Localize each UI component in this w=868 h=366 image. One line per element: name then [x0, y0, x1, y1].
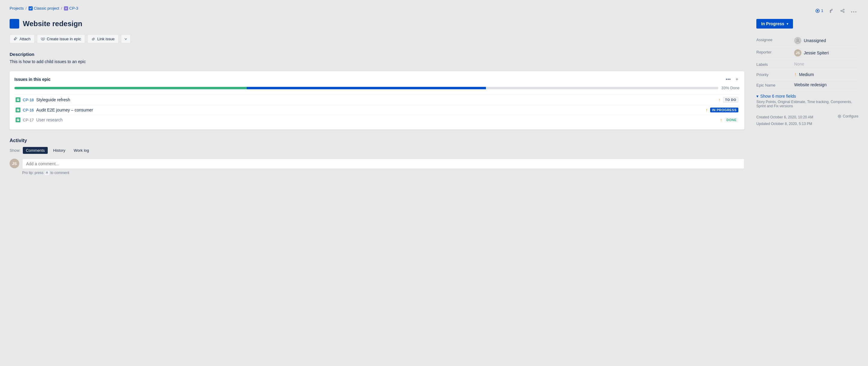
svg-point-4 — [841, 10, 842, 11]
watch-count: 1 — [821, 8, 823, 13]
right-panel: In Progress ▾ Assignee Unassigned — [756, 19, 858, 127]
issue-id-cp17[interactable]: CP-17 — [23, 118, 34, 122]
updated-timestamp: Updated October 8, 2020, 5:13 PM — [756, 121, 813, 128]
issue-id-cp16[interactable]: CP-16 — [23, 108, 34, 112]
description-text: This is how to add child issues to an ep… — [10, 59, 744, 64]
watch-button[interactable]: 1 — [814, 7, 825, 15]
create-issue-epic-button[interactable]: Create issue in epic — [37, 34, 85, 43]
activity-show-row: Show: Comments History Work log — [10, 147, 744, 154]
comment-row: JS — [10, 159, 744, 169]
activity-section: Activity Show: Comments History Work log… — [10, 138, 744, 175]
priority-icon-cp16: ↑ — [706, 108, 708, 112]
progress-bar-container: 33% Done — [14, 86, 740, 90]
issue-type-story-icon — [16, 117, 21, 122]
epic-box-actions: ••• + — [724, 76, 740, 83]
progress-bar-green — [14, 87, 247, 89]
link-icon — [91, 37, 95, 41]
comment-input[interactable] — [22, 159, 744, 169]
breadcrumb-issue: CP-3 — [64, 6, 78, 10]
more-fields-hint: Story Points, Original Estimate, Time tr… — [756, 100, 858, 108]
breadcrumb-projects[interactable]: Projects — [10, 6, 24, 10]
description-heading: Description — [10, 52, 744, 57]
reporter-avatar: JS — [794, 49, 801, 56]
page-title: Website redesign — [23, 20, 82, 28]
epic-name-value[interactable]: Website redesign — [794, 82, 858, 87]
labels-value[interactable]: None — [794, 62, 858, 66]
link-issue-button[interactable]: Link issue — [87, 34, 119, 43]
chevron-right-icon: ▾ — [756, 94, 758, 98]
status-chevron-icon: ▾ — [787, 22, 788, 26]
share-button[interactable] — [839, 7, 846, 15]
svg-point-3 — [843, 9, 844, 10]
created-timestamp: Created October 6, 2020, 10:20 AM — [756, 114, 813, 121]
issue-row: CP-18 Styleguide refresh ↑ TO DO — [14, 94, 740, 105]
meta-table: Assignee Unassigned Reporter — [756, 34, 858, 90]
attach-icon — [13, 37, 18, 41]
status-button[interactable]: In Progress ▾ — [756, 19, 793, 29]
epic-more-button[interactable]: ••• — [724, 76, 732, 83]
priority-value[interactable]: ↑ Medium — [794, 72, 858, 77]
status-badge-cp16[interactable]: IN PROGRESS — [710, 108, 738, 112]
pro-tip: Pro tip: press M to comment — [22, 171, 744, 175]
labels-label: Labels — [756, 62, 789, 67]
tab-comments[interactable]: Comments — [23, 147, 48, 154]
cp-icon — [64, 6, 68, 10]
reporter-value[interactable]: JS Jessie Spiteri — [794, 49, 858, 56]
tab-history[interactable]: History — [50, 147, 68, 154]
issue-type-icon — [10, 19, 19, 29]
issue-type-story-icon — [16, 108, 21, 112]
assignee-avatar — [794, 37, 801, 44]
priority-label: Priority — [756, 72, 789, 77]
svg-point-17 — [839, 116, 840, 117]
like-button[interactable] — [828, 7, 835, 15]
issue-title-cp16: Audit E2E journey – consumer — [36, 108, 703, 112]
epic-name-row: Epic Name Website redesign — [756, 80, 858, 90]
configure-button[interactable]: Configure — [837, 114, 858, 118]
attach-button[interactable]: Attach — [10, 34, 34, 43]
assignee-label: Assignee — [756, 37, 789, 42]
epic-icon — [41, 37, 45, 41]
tab-worklog[interactable]: Work log — [70, 147, 92, 154]
reporter-label: Reporter — [756, 49, 789, 54]
more-actions-dropdown[interactable] — [121, 34, 130, 43]
issue-title-cp17: User research — [36, 117, 718, 122]
more-button[interactable]: ... — [850, 6, 858, 15]
svg-point-16 — [797, 39, 799, 41]
issue-type-story-icon — [16, 97, 21, 102]
progress-bar-track — [14, 87, 718, 89]
status-badge-cp18[interactable]: TO DO — [723, 97, 738, 103]
epic-add-button[interactable]: + — [735, 76, 740, 83]
priority-up-icon: ↑ — [794, 72, 797, 77]
description-section: Description This is how to add child iss… — [10, 52, 744, 64]
breadcrumb-project-icon: Classic project — [29, 6, 59, 10]
priority-row: Priority ↑ Medium — [756, 69, 858, 80]
progress-bar-blue — [247, 87, 486, 89]
timestamps: Created October 6, 2020, 10:20 AM Update… — [756, 114, 858, 127]
header-actions: 1 ... — [814, 6, 858, 15]
breadcrumb: Projects / Classic project / CP-3 — [10, 6, 78, 10]
priority-icon-cp18: ↑ — [718, 97, 721, 102]
show-more-fields-button[interactable]: ▾ Show 6 more fields — [756, 94, 796, 98]
gear-icon — [837, 114, 842, 118]
activity-title: Activity — [10, 138, 744, 143]
svg-point-5 — [843, 11, 844, 12]
epic-issues-box: Issues in this epic ••• + 33% Done — [10, 71, 744, 130]
show-label: Show: — [10, 148, 21, 153]
issue-title-cp18: Styleguide refresh — [36, 97, 716, 102]
epic-box-title: Issues in this epic — [14, 77, 51, 82]
status-badge-cp17[interactable]: DONE — [724, 117, 738, 122]
assignee-row: Assignee Unassigned — [756, 34, 858, 47]
reporter-row: Reporter JS Jessie Spiteri — [756, 47, 858, 59]
issue-row: CP-17 User research ↑ DONE — [14, 115, 740, 125]
assignee-value[interactable]: Unassigned — [794, 37, 858, 44]
priority-icon-cp17: ↑ — [720, 117, 722, 122]
issue-id-cp18[interactable]: CP-18 — [23, 98, 34, 102]
epic-name-label: Epic Name — [756, 82, 789, 87]
issue-row: CP-16 Audit E2E journey – consumer ↑ IN … — [14, 105, 740, 115]
svg-line-6 — [842, 10, 843, 10]
svg-rect-8 — [41, 38, 42, 39]
svg-point-2 — [817, 10, 818, 11]
svg-rect-9 — [43, 38, 45, 39]
labels-row: Labels None — [756, 59, 858, 69]
comment-user-avatar: JS — [10, 159, 19, 168]
